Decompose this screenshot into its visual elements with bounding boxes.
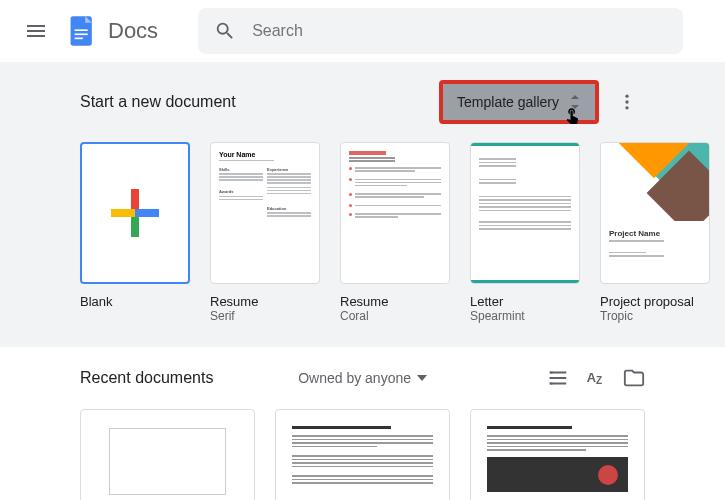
svg-rect-3 [75,38,83,40]
template-thumb [470,142,580,284]
template-name: Resume [210,294,320,309]
sort-button[interactable]: AZ [585,367,607,389]
folder-icon [623,367,645,389]
template-resume-serif[interactable]: Your Name Skills Experience Awards Educa… [210,142,320,323]
recent-document[interactable] [275,409,450,500]
template-project-proposal[interactable]: Project Name Project proposal Tropic [600,142,710,323]
plus-icon [111,189,159,237]
docs-logo[interactable]: Docs [64,13,158,49]
svg-text:A: A [587,370,596,385]
template-name: Project proposal [600,294,710,309]
list-view-button[interactable] [547,367,569,389]
template-gallery-button[interactable]: Template gallery [439,80,599,124]
svg-point-4 [625,95,628,98]
template-sub: Serif [210,309,320,323]
recent-thumb [470,409,645,500]
svg-rect-8 [550,377,553,379]
template-sub: Spearmint [470,309,580,323]
template-name: Letter [470,294,580,309]
template-thumb-blank [80,142,190,284]
owned-by-label: Owned by anyone [298,370,411,386]
template-section: Start a new document Template gallery [0,62,725,347]
template-letter-spearmint[interactable]: Letter Spearmint [470,142,580,323]
svg-rect-2 [75,33,88,35]
main-menu-button[interactable] [12,7,60,55]
recent-section: Recent documents Owned by anyone AZ [0,347,725,500]
search-input[interactable] [252,22,667,40]
list-icon [547,367,569,389]
template-name: Resume [340,294,450,309]
svg-rect-7 [550,372,553,374]
recent-section-title: Recent documents [80,369,213,387]
svg-point-6 [625,106,628,109]
folder-button[interactable] [623,367,645,389]
recent-documents-row [80,409,645,500]
template-name: Blank [80,294,190,309]
docs-logo-icon [64,13,100,49]
template-thumb: Project Name [600,142,710,284]
recent-thumb [275,409,450,500]
template-more-button[interactable] [609,84,645,120]
app-header: Docs [0,0,725,62]
svg-point-5 [625,100,628,103]
template-sub: Coral [340,309,450,323]
docs-logo-text: Docs [108,18,158,44]
hamburger-icon [24,19,48,43]
dropdown-icon [417,375,427,381]
search-bar[interactable] [198,8,683,54]
recent-document[interactable] [80,409,255,500]
sort-az-icon: AZ [585,367,607,389]
template-thumb [340,142,450,284]
recent-document[interactable] [470,409,645,500]
template-gallery-label: Template gallery [457,94,559,110]
template-row: Blank Your Name Skills Experience Awards [80,142,645,323]
template-resume-coral[interactable]: Resume Coral [340,142,450,323]
template-thumb: Your Name Skills Experience Awards Educa… [210,142,320,284]
svg-text:Z: Z [596,375,602,386]
template-sub: Tropic [600,309,710,323]
search-icon [214,20,236,42]
svg-rect-9 [550,383,553,385]
owned-by-filter[interactable]: Owned by anyone [298,370,427,386]
cursor-indicator [563,106,581,128]
template-header: Start a new document Template gallery [80,80,645,124]
template-section-title: Start a new document [80,93,236,111]
recent-thumb [80,409,255,500]
recent-header: Recent documents Owned by anyone AZ [80,367,645,389]
svg-rect-1 [75,29,88,31]
more-vert-icon [617,92,637,112]
template-blank[interactable]: Blank [80,142,190,323]
